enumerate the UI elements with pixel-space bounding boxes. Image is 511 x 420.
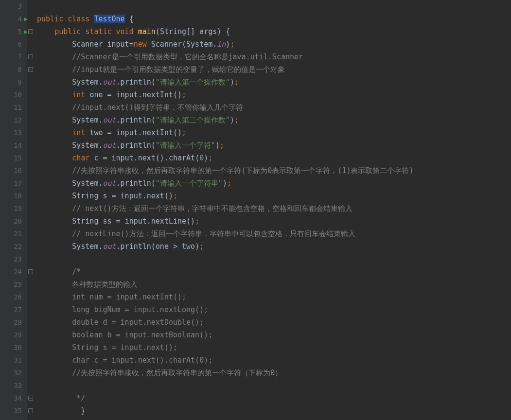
- code-line[interactable]: System.out.println("请输入一个字符串");: [37, 177, 511, 190]
- code-line[interactable]: 各种数据类型的输入: [37, 278, 511, 291]
- code-token: ): [230, 116, 234, 124]
- code-token: (): [164, 192, 173, 200]
- code-token: "请输入第一个操作数": [156, 78, 230, 87]
- code-token: one: [89, 90, 107, 99]
- code-line[interactable]: [37, 0, 511, 13]
- code-line[interactable]: long bigNum = input.nextLong();: [37, 303, 511, 316]
- run-icon[interactable]: ▶: [24, 16, 28, 22]
- code-line[interactable]: String s = input.next();: [37, 190, 511, 202]
- line-number-text: 26: [14, 293, 22, 301]
- fold-close-icon[interactable]: −: [28, 408, 33, 413]
- code-token: in: [217, 40, 226, 49]
- line-number: 7: [0, 51, 27, 63]
- code-editor[interactable]: 34▶5▶67891011121314151617181920212223242…: [0, 0, 511, 420]
- line-number-text: 9: [18, 78, 22, 86]
- code-line[interactable]: //先按照字符串接收，然后再取字符串的第一个字符（下标为0）: [37, 367, 511, 379]
- code-line[interactable]: public class TestOne {: [37, 13, 511, 25]
- code-token: [37, 52, 72, 61]
- code-token: char: [72, 154, 94, 162]
- code-token: [37, 166, 72, 175]
- code-line[interactable]: //input就是一个引用数据类型的变量了，赋给它的值是一个对象: [37, 63, 511, 76]
- code-line[interactable]: //先按照字符串接收，然后再取字符串的第一个字符(下标为0表示取第一个字符，(1…: [37, 164, 511, 177]
- code-line[interactable]: public static void main(String[] args) {: [37, 25, 511, 38]
- line-number-text: 27: [14, 306, 22, 314]
- code-line[interactable]: String s = input.next();: [37, 341, 511, 354]
- code-line[interactable]: int num = input.nextInt();: [37, 291, 511, 303]
- code-line[interactable]: double d = input.nextDouble();: [37, 316, 511, 329]
- fold-close-icon[interactable]: −: [28, 67, 33, 72]
- code-token: // nextLine()方法：返回一个字符串，字符串中可以包含空格，只有回车会…: [72, 229, 355, 239]
- line-number-text: 8: [18, 66, 22, 73]
- code-token: .: [98, 78, 103, 87]
- code-token: =: [107, 128, 116, 137]
- code-token: 0: [199, 154, 204, 162]
- fold-close-icon[interactable]: −: [28, 396, 33, 401]
- code-token: two: [182, 242, 195, 251]
- code-line[interactable]: System.out.println("请输入第一个操作数");: [37, 76, 511, 88]
- line-number-text: 28: [14, 318, 22, 326]
- fold-cell: [27, 278, 34, 291]
- code-token: out: [103, 242, 116, 251]
- fold-cell: [27, 177, 34, 190]
- fold-cell: [27, 13, 34, 25]
- code-line[interactable]: //input.next()得到字符串，不管你输入几个字符: [37, 101, 511, 114]
- line-number: 35: [0, 404, 27, 417]
- code-token: .: [116, 141, 121, 150]
- code-line[interactable]: [37, 379, 511, 392]
- line-number: 23: [0, 253, 27, 265]
- code-line[interactable]: int two = input.nextInt();: [37, 126, 511, 139]
- code-line[interactable]: // next()方法：返回一个字符串，字符串中不能包含空格，空格和回车都会结束…: [37, 202, 511, 215]
- code-token: ;: [220, 141, 224, 150]
- code-token: .: [212, 40, 217, 49]
- fold-cell: −: [27, 51, 34, 63]
- line-number: 17: [0, 177, 27, 190]
- code-token: next: [147, 192, 164, 200]
- fold-cell: −: [27, 63, 34, 76]
- code-line[interactable]: System.out.println("请输入第二个操作数");: [37, 114, 511, 126]
- fold-cell: [27, 190, 34, 202]
- code-line[interactable]: [37, 253, 511, 265]
- code-token: String s = input.next();: [72, 343, 177, 352]
- fold-gutter: −−−−−−: [27, 0, 34, 420]
- code-line[interactable]: // nextLine()方法：返回一个字符串，字符串中可以包含空格，只有回车会…: [37, 228, 511, 240]
- code-token: ;: [182, 90, 186, 99]
- code-line[interactable]: int one = input.nextInt();: [37, 88, 511, 101]
- code-line[interactable]: boolean b = input.nextBoolean();: [37, 329, 511, 341]
- code-token: nextInt: [142, 128, 173, 137]
- fold-open-icon[interactable]: −: [28, 29, 33, 34]
- code-line[interactable]: char c = input.next().charAt(0);: [37, 152, 511, 164]
- code-token: ;: [230, 40, 234, 49]
- code-line[interactable]: }: [37, 404, 511, 417]
- code-line[interactable]: System.out.println("请输入一个字符");: [37, 139, 511, 152]
- code-line[interactable]: char c = input.next().charAt(0);: [37, 354, 511, 367]
- code-line[interactable]: //Scanner是一个引用数据类型，它的全名称是java.util.Scann…: [37, 51, 511, 63]
- fold-cell: −: [27, 392, 34, 404]
- line-number: 24: [0, 265, 27, 278]
- fold-open-icon[interactable]: −: [28, 54, 33, 59]
- code-area[interactable]: public class TestOne { public static voi…: [34, 0, 511, 420]
- code-token: {: [125, 15, 134, 23]
- fold-cell: [27, 88, 34, 101]
- code-line[interactable]: Scanner input=new Scanner(System.in);: [37, 38, 511, 51]
- code-token: public static void: [54, 27, 138, 36]
- code-token: [37, 116, 72, 124]
- code-token: //先按照字符串接收，然后再取字符串的第一个字符(下标为0表示取第一个字符，(1…: [72, 166, 413, 175]
- code-token: ;: [195, 217, 199, 226]
- code-token: [37, 65, 72, 74]
- run-icon[interactable]: ▶: [24, 28, 28, 35]
- code-line[interactable]: */: [37, 392, 511, 404]
- code-token: ;: [173, 192, 177, 200]
- code-token: out: [103, 179, 116, 188]
- code-token: []: [186, 27, 199, 36]
- code-line[interactable]: String ss = input.nextLine();: [37, 215, 511, 228]
- code-line[interactable]: /*: [37, 265, 511, 278]
- line-number-text: 13: [14, 129, 22, 137]
- line-number-text: 25: [14, 280, 22, 288]
- code-token: [37, 179, 72, 188]
- code-token: double d = input.nextDouble();: [72, 318, 204, 327]
- code-token: println: [121, 242, 151, 251]
- fold-open-icon[interactable]: −: [28, 269, 33, 274]
- code-line[interactable]: System.out.println(one > two);: [37, 240, 511, 253]
- code-token: "请输入一个字符串": [156, 179, 223, 188]
- fold-cell: [27, 126, 34, 139]
